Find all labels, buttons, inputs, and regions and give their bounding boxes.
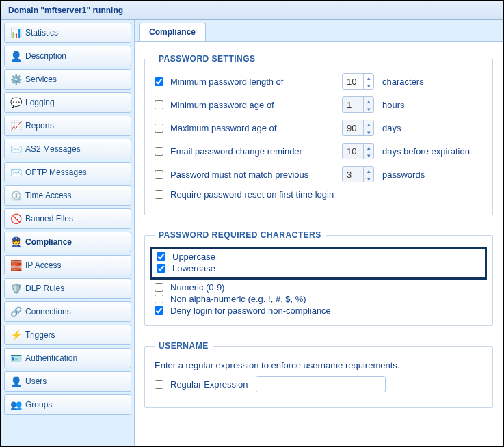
sidebar-item-ip-access[interactable]: 🧱IP Access	[4, 255, 131, 275]
titlebar: Domain "mftserver1" running	[1, 1, 503, 20]
row-reset-first: Require password reset on first time log…	[155, 189, 483, 200]
reminder-checkbox[interactable]	[155, 147, 163, 156]
sidebar-item-banned-files[interactable]: 🚫Banned Files	[4, 208, 131, 229]
sidebar-item-reports[interactable]: 📈Reports	[4, 116, 131, 136]
groups-icon: 👥	[10, 399, 21, 410]
chevron-down-icon[interactable]: ▾	[364, 105, 373, 113]
regex-input[interactable]	[256, 376, 386, 392]
row-reminder: Email password change reminder ▴▾ days b…	[155, 143, 483, 159]
reset-first-checkbox[interactable]	[155, 190, 163, 199]
sidebar-item-label: IP Access	[25, 260, 61, 270]
min-length-checkbox[interactable]	[155, 77, 163, 86]
no-match-prev-input[interactable]	[343, 167, 363, 182]
no-match-prev-label: Password must not match previous	[170, 170, 338, 180]
sidebar-item-label: DLP Rules	[25, 284, 64, 293]
sidebar-item-label: Statistics	[25, 28, 58, 38]
chevron-down-icon[interactable]: ▾	[364, 152, 373, 159]
row-nonalpha: Non alpha-numeric (e.g. !, #, $, %)	[155, 294, 483, 304]
time-access-icon: ⏲️	[10, 190, 21, 201]
sidebar-item-as2-messages[interactable]: ✉️AS2 Messages	[4, 139, 131, 159]
row-numeric: Numeric (0-9)	[155, 282, 483, 293]
min-age-unit: hours	[382, 100, 405, 110]
chevron-down-icon[interactable]: ▾	[364, 175, 373, 182]
sidebar-item-triggers[interactable]: ⚡Triggers	[4, 325, 131, 345]
reset-first-label: Require password reset on first time log…	[170, 189, 334, 200]
logging-icon: 💬	[10, 97, 21, 108]
lowercase-checkbox[interactable]	[157, 264, 165, 273]
min-length-label: Minimum password length of	[170, 77, 338, 87]
chevron-up-icon[interactable]: ▴	[364, 74, 373, 82]
reminder-unit: days before expiration	[382, 146, 470, 157]
username-desc: Enter a regular expression to enforce us…	[155, 360, 483, 370]
dlp-rules-icon: 🛡️	[10, 283, 21, 294]
highlight-box: Uppercase Lowercase	[150, 247, 487, 280]
sidebar-item-description[interactable]: 👤Description	[4, 46, 131, 66]
reminder-input[interactable]	[343, 144, 363, 159]
sidebar-item-label: Banned Files	[25, 214, 73, 224]
chevron-up-icon[interactable]: ▴	[364, 167, 373, 175]
tab-compliance[interactable]: Compliance	[139, 23, 206, 41]
max-age-input[interactable]	[343, 120, 363, 135]
sidebar-item-dlp-rules[interactable]: 🛡️DLP Rules	[4, 278, 131, 299]
spinner-arrows[interactable]: ▴▾	[363, 74, 373, 89]
sidebar-item-connections[interactable]: 🔗Connections	[4, 301, 131, 322]
row-uppercase: Uppercase	[157, 252, 481, 262]
sidebar-item-label: Triggers	[25, 330, 55, 340]
sidebar-item-statistics[interactable]: 📊Statistics	[4, 23, 131, 43]
spinner-arrows[interactable]: ▴▾	[363, 144, 373, 159]
deny-checkbox[interactable]	[155, 306, 163, 315]
tabbar: Compliance	[135, 20, 503, 41]
ip-access-icon: 🧱	[10, 260, 21, 271]
uppercase-checkbox[interactable]	[157, 252, 165, 261]
chevron-up-icon[interactable]: ▴	[364, 120, 373, 128]
sidebar-item-authentication[interactable]: 🪪Authentication	[4, 348, 131, 368]
no-match-prev-spinner[interactable]: ▴▾	[342, 166, 374, 182]
sidebar-item-groups[interactable]: 👥Groups	[4, 394, 131, 415]
min-length-input[interactable]	[343, 74, 363, 89]
nonalpha-label: Non alpha-numeric (e.g. !, #, $, %)	[170, 294, 306, 304]
spinner-arrows[interactable]: ▴▾	[363, 167, 373, 182]
reminder-label: Email password change reminder	[170, 146, 338, 157]
chevron-up-icon[interactable]: ▴	[364, 97, 373, 105]
reminder-spinner[interactable]: ▴▾	[342, 143, 374, 159]
sidebar-item-label: Logging	[25, 98, 55, 107]
sidebar-item-label: Users	[25, 377, 47, 386]
sidebar-item-label: Groups	[25, 400, 52, 409]
min-length-spinner[interactable]: ▴▾	[342, 73, 374, 90]
min-length-unit: characters	[382, 77, 424, 87]
row-min-age: Minimum password age of ▴▾ hours	[155, 96, 483, 113]
chevron-down-icon[interactable]: ▾	[364, 82, 373, 90]
banned-files-icon: 🚫	[10, 213, 21, 224]
no-match-prev-unit: passwords	[382, 170, 425, 180]
regex-checkbox[interactable]	[155, 380, 163, 389]
chevron-down-icon[interactable]: ▾	[364, 128, 373, 136]
spinner-arrows[interactable]: ▴▾	[363, 97, 373, 112]
sidebar-item-label: Reports	[25, 121, 54, 131]
sidebar-item-time-access[interactable]: ⏲️Time Access	[4, 185, 131, 206]
min-age-input[interactable]	[343, 97, 363, 112]
sidebar-item-label: Authentication	[25, 353, 77, 363]
min-age-spinner[interactable]: ▴▾	[342, 96, 374, 113]
row-lowercase: Lowercase	[157, 263, 481, 273]
nonalpha-checkbox[interactable]	[155, 295, 163, 303]
row-no-match-prev: Password must not match previous ▴▾ pass…	[155, 166, 483, 182]
min-age-checkbox[interactable]	[155, 100, 163, 109]
sidebar-item-oftp-messages[interactable]: ✉️OFTP Messages	[4, 162, 131, 182]
sidebar-item-services[interactable]: ⚙️Services	[4, 69, 131, 90]
max-age-checkbox[interactable]	[155, 124, 163, 133]
row-regex: Regular Expression	[155, 376, 483, 392]
numeric-checkbox[interactable]	[155, 283, 163, 292]
sidebar-item-compliance[interactable]: 👮Compliance	[4, 232, 131, 252]
row-max-age: Maximum password age of ▴▾ days	[155, 120, 483, 136]
max-age-spinner[interactable]: ▴▾	[342, 120, 374, 136]
no-match-prev-checkbox[interactable]	[155, 170, 163, 179]
oftp-messages-icon: ✉️	[10, 167, 21, 178]
sidebar-item-label: Connections	[25, 307, 71, 316]
chevron-up-icon[interactable]: ▴	[364, 144, 373, 152]
spinner-arrows[interactable]: ▴▾	[363, 120, 373, 135]
sidebar-item-users[interactable]: 👤Users	[4, 371, 131, 392]
deny-label: Deny login for password non-compliance	[170, 306, 331, 316]
sidebar-item-logging[interactable]: 💬Logging	[4, 92, 131, 113]
authentication-icon: 🪪	[10, 353, 21, 364]
sidebar-item-label: Time Access	[25, 191, 72, 200]
